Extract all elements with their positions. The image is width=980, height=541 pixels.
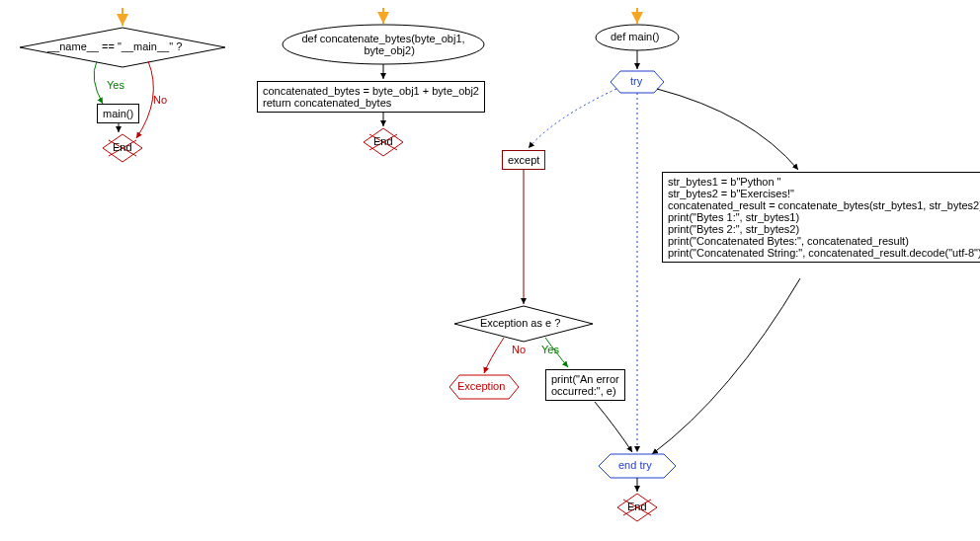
try-body-box: str_bytes1 = b"Python " str_bytes2 = b"E… (662, 172, 980, 263)
main-call-box: main() (97, 104, 139, 123)
label-yes-2: Yes (541, 344, 559, 355)
print-error-box: print("An error occurred:", e) (545, 369, 625, 401)
concat-body-box: concatenated_bytes = byte_obj1 + byte_ob… (257, 81, 485, 113)
end-label-3: End (627, 501, 647, 512)
exception-decision-text: Exception as e ? (480, 317, 560, 329)
label-no-1: No (153, 94, 167, 106)
try-label: try (630, 75, 642, 87)
end-label-2: End (373, 135, 393, 147)
def-concat-ellipse-text: def concatenate_bytes(byte_obj1, byte_ob… (296, 33, 470, 56)
exception-hex-text: Exception (457, 380, 505, 392)
except-box: except (502, 150, 545, 170)
label-no-2: No (512, 344, 526, 355)
def-main-ellipse-text: def main() (611, 31, 660, 42)
end-try-label: end try (618, 459, 652, 471)
label-yes-1: Yes (107, 79, 124, 91)
decision-name-main: __name__ == "__main__" ? (47, 40, 182, 52)
end-label-1: End (113, 141, 132, 153)
